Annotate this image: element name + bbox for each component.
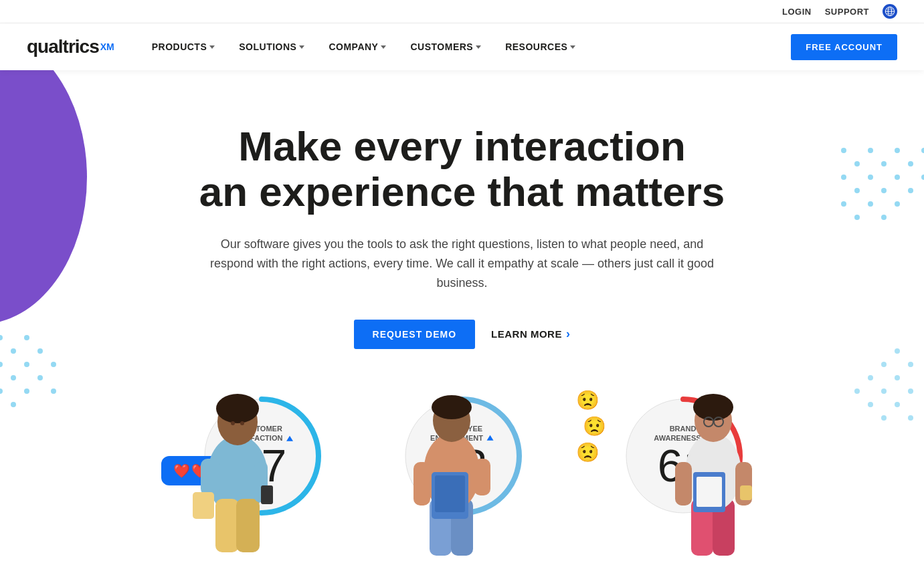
nav-item-resources[interactable]: RESOURCES bbox=[494, 36, 586, 58]
main-nav: PRODUCTS SOLUTIONS COMPANY CUSTOMERS RES… bbox=[141, 36, 792, 58]
support-link[interactable]: SUPPORT bbox=[825, 7, 869, 17]
logo-wordmark: qualtrics bbox=[27, 36, 99, 58]
svg-rect-61 bbox=[474, 459, 490, 495]
svg-point-50 bbox=[216, 394, 259, 423]
svg-point-82 bbox=[895, 375, 900, 380]
svg-rect-72 bbox=[697, 477, 722, 507]
svg-point-85 bbox=[868, 375, 873, 380]
chevron-down-icon bbox=[299, 45, 304, 49]
emoji-sad-1: 😟 bbox=[569, 389, 606, 411]
svg-rect-63 bbox=[435, 475, 465, 512]
svg-point-7 bbox=[11, 348, 16, 354]
svg-rect-54 bbox=[193, 492, 214, 519]
top-bar: LOGIN SUPPORT bbox=[0, 0, 924, 23]
emoji-sad-2: 😟 bbox=[583, 415, 606, 437]
nav-item-customers[interactable]: CUSTOMERS bbox=[399, 36, 492, 58]
svg-rect-60 bbox=[413, 462, 430, 506]
arrow-right-icon: › bbox=[566, 327, 571, 341]
person-left bbox=[181, 368, 294, 561]
logo[interactable]: qualtricsXM bbox=[27, 36, 114, 58]
svg-rect-48 bbox=[236, 499, 260, 552]
hero-buttons: REQUEST DEMO LEARN MORE › bbox=[0, 320, 924, 349]
chevron-down-icon bbox=[570, 45, 575, 49]
svg-point-9 bbox=[0, 362, 3, 367]
main-header: qualtricsXM PRODUCTS SOLUTIONS COMPANY C… bbox=[0, 23, 924, 70]
login-link[interactable]: LOGIN bbox=[782, 7, 812, 17]
svg-point-18 bbox=[51, 362, 56, 367]
person-center bbox=[395, 368, 509, 561]
emoji-sad-3: 😟 bbox=[569, 441, 606, 463]
nav-item-company[interactable]: COMPANY bbox=[318, 36, 397, 58]
svg-rect-47 bbox=[215, 499, 239, 552]
svg-point-79 bbox=[895, 348, 900, 354]
svg-rect-73 bbox=[740, 485, 752, 500]
logo-xm: XM bbox=[100, 41, 114, 52]
learn-more-button[interactable]: LEARN MORE › bbox=[491, 327, 570, 341]
svg-point-80 bbox=[908, 362, 913, 367]
svg-rect-69 bbox=[675, 462, 692, 506]
svg-point-55 bbox=[231, 421, 235, 425]
language-selector[interactable] bbox=[883, 4, 897, 19]
svg-point-12 bbox=[37, 348, 43, 354]
free-account-button[interactable]: FREE ACCOUNT bbox=[791, 34, 897, 60]
chevron-down-icon bbox=[209, 45, 215, 49]
svg-point-65 bbox=[432, 395, 472, 419]
hero-content: Make every interaction an experience tha… bbox=[0, 70, 924, 349]
chevron-down-icon bbox=[381, 45, 386, 49]
emoji-group: 😟 😟 😟 bbox=[569, 389, 606, 463]
svg-point-14 bbox=[37, 375, 43, 380]
svg-point-56 bbox=[240, 421, 244, 425]
person-right bbox=[656, 368, 770, 561]
nav-cta-area: FREE ACCOUNT bbox=[791, 34, 897, 60]
request-demo-button[interactable]: REQUEST DEMO bbox=[354, 320, 476, 349]
hero-section: Make every interaction an experience tha… bbox=[0, 70, 924, 561]
svg-point-81 bbox=[881, 362, 887, 367]
nav-item-solutions[interactable]: SOLUTIONS bbox=[228, 36, 315, 58]
hero-subtitle: Our software gives you the tools to ask … bbox=[208, 235, 717, 292]
hero-title: Make every interaction an experience tha… bbox=[0, 124, 924, 215]
svg-point-11 bbox=[24, 362, 29, 367]
svg-point-10 bbox=[11, 375, 16, 380]
svg-rect-53 bbox=[201, 459, 219, 495]
chevron-down-icon bbox=[476, 45, 481, 49]
nav-item-products[interactable]: PRODUCTS bbox=[141, 36, 226, 58]
svg-rect-52 bbox=[261, 485, 273, 504]
svg-point-75 bbox=[693, 394, 733, 421]
